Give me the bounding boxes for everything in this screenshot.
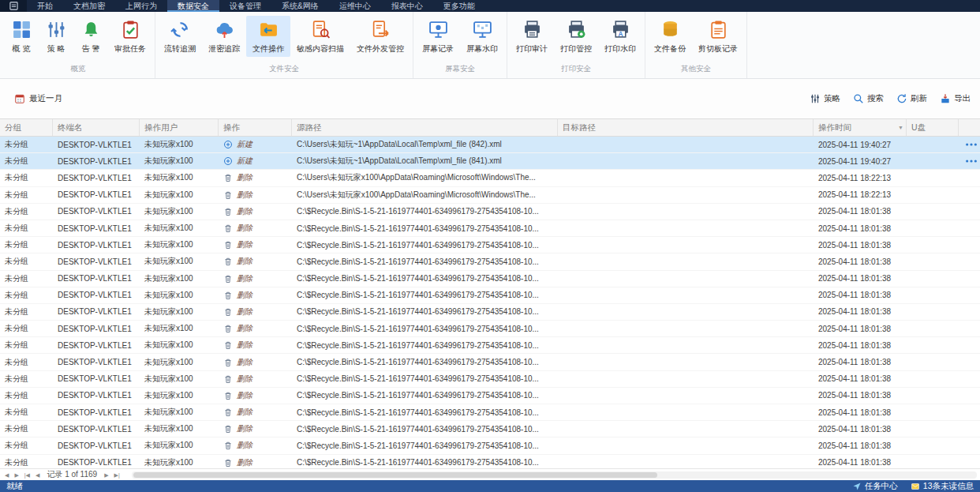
table-row[interactable]: 未分组DESKTOP-VLKTLE1未知玩家x100删除C:\$Recycle.… [0,388,980,404]
terminal-cell: DESKTOP-VLKTLE1 [53,257,140,266]
table-row[interactable]: 未分组DESKTOP-VLKTLE1未知玩家x100删除C:\$Recycle.… [0,371,980,388]
column-header-3[interactable]: 操作 [219,119,292,136]
column-header-2[interactable]: 操作用户 [140,119,219,136]
menu-item-4[interactable]: 设备管理 [219,0,271,12]
menu-item-6[interactable]: 运维中心 [329,0,381,12]
operation-cell: 删除 [219,306,292,317]
user-cell: 未知玩家x100 [140,323,219,334]
user-cell: 未知玩家x100 [140,223,219,234]
first-record-button[interactable] [23,470,32,480]
menu-item-1[interactable]: 文档加密 [63,0,115,12]
table-row[interactable]: 未分组DESKTOP-VLKTLE1未知玩家x100新建C:\Users\未知玩… [0,153,980,170]
column-filter-icon[interactable]: ▼ [898,125,903,130]
export-button[interactable]: 导出 [940,93,971,104]
group-cell: 未分组 [0,156,53,167]
unread-messages-button[interactable]: 13条未读信息 [911,481,974,492]
table-row[interactable]: 未分组DESKTOP-VLKTLE1未知玩家x100删除C:\$Recycle.… [0,337,980,354]
sliders-icon [47,20,66,39]
menu-item-7[interactable]: 报表中心 [381,0,433,12]
menu-item-2[interactable]: 上网行为 [115,0,167,12]
ribbon-button-cloud-leak[interactable]: 泄密追踪 [202,16,246,57]
scroll-right-arrow[interactable] [13,470,20,480]
table-row[interactable]: 未分组DESKTOP-VLKTLE1未知玩家x100删除C:\$Recycle.… [0,254,980,270]
table-row[interactable]: 未分组DESKTOP-VLKTLE1未知玩家x100删除C:\$Recycle.… [0,455,980,468]
column-header-5[interactable]: 目标路径 [558,119,814,136]
ribbon-button-print-control[interactable]: 打印管控 [554,16,598,57]
column-label: 操作时间 [818,122,851,133]
ribbon-button-print-watermark[interactable]: A打印水印 [598,16,642,57]
ribbon-button-grid[interactable]: 概 览 [4,16,39,57]
user-cell: 未知玩家x100 [140,457,219,468]
scrollbar-thumb[interactable] [133,472,657,478]
table-row[interactable]: 未分组DESKTOP-VLKTLE1未知玩家x100删除C:\$Recycle.… [0,321,980,337]
operation-label: 删除 [237,390,252,401]
prev-record-button[interactable] [34,470,41,480]
refresh-button[interactable]: 刷新 [896,93,927,104]
trash-icon [223,374,233,384]
column-header-1[interactable]: 终端名 [53,119,140,136]
column-header-4[interactable]: 源路径 [292,119,558,136]
table-row[interactable]: 未分组DESKTOP-VLKTLE1未知玩家x100删除C:\$Recycle.… [0,220,980,237]
trash-icon [223,240,233,250]
terminal-cell: DESKTOP-VLKTLE1 [53,224,140,233]
menu-item-5[interactable]: 系统&网络 [271,0,329,12]
operation-label: 删除 [237,290,252,301]
ribbon-group: 流转追溯泄密追踪文件操作敏感内容扫描文件外发管控文件安全 [155,12,413,78]
ribbon-button-doc-send[interactable]: 文件外发管控 [350,16,410,57]
table-row[interactable]: 未分组DESKTOP-VLKTLE1未知玩家x100删除C:\$Recycle.… [0,271,980,287]
horizontal-scrollbar[interactable] [132,471,977,479]
table-row[interactable]: 未分组DESKTOP-VLKTLE1未知玩家x100删除C:\$Recycle.… [0,404,980,421]
time-cell: 2025-04-11 18:01:38 [814,291,907,299]
source-path-cell: C:\$Recycle.Bin\S-1-5-21-1619774401-6349… [292,274,558,283]
table-row[interactable]: 未分组DESKTOP-VLKTLE1未知玩家x100删除C:\$Recycle.… [0,421,980,438]
ribbon-button-screen-watermark[interactable]: 屏幕水印 [460,16,504,57]
ribbon-group-label: 文件安全 [158,62,410,78]
table-row[interactable]: 未分组DESKTOP-VLKTLE1未知玩家x100新建C:\Users\未知玩… [0,137,980,153]
user-cell: 未知玩家x100 [140,256,219,267]
column-header-6[interactable]: 操作时间▼ [814,119,907,136]
source-path-cell: C:\$Recycle.Bin\S-1-5-21-1619774401-6349… [292,458,558,467]
column-header-7[interactable]: U盘 [907,119,959,136]
last-record-button[interactable] [113,470,122,480]
table-row[interactable]: 未分组DESKTOP-VLKTLE1未知玩家x100删除C:\$Recycle.… [0,237,980,254]
ribbon-button-sliders[interactable]: 策 略 [39,16,73,57]
ribbon-group-label: 屏幕安全 [416,62,504,78]
search-button[interactable]: 搜索 [853,93,884,104]
table-row[interactable]: 未分组DESKTOP-VLKTLE1未知玩家x100删除C:\$Recycle.… [0,287,980,304]
ribbon-group: 概 览策 略告 警审批任务概览 [2,12,155,78]
column-header-0[interactable]: 分组 [0,119,53,136]
ribbon-button-clipboard-check[interactable]: 审批任务 [108,16,152,57]
ribbon-button-bell[interactable]: 告 警 [73,16,108,57]
row-actions-menu[interactable] [965,157,978,165]
table-row[interactable]: 未分组DESKTOP-VLKTLE1未知玩家x100删除C:\Users\未知玩… [0,170,980,186]
ribbon-button-file-backup[interactable]: 文件备份 [648,16,692,57]
table-row[interactable]: 未分组DESKTOP-VLKTLE1未知玩家x100删除C:\$Recycle.… [0,204,980,220]
next-record-button[interactable] [103,470,110,480]
ribbon-button-folder-op[interactable]: 文件操作 [246,16,290,57]
source-path-cell: C:\Users\未知玩家x100\AppData\Roaming\Micros… [292,172,558,183]
time-cell: 2025-04-11 19:40:27 [814,157,907,166]
scroll-left-arrow[interactable] [3,470,10,480]
table-row[interactable]: 未分组DESKTOP-VLKTLE1未知玩家x100删除C:\Users\未知玩… [0,187,980,204]
menu-item-3[interactable]: 数据安全 [167,0,219,12]
ribbon-button-screen-record[interactable]: 屏幕记录 [416,16,460,57]
task-center-button[interactable]: 任务中心 [852,481,898,492]
table-row[interactable]: 未分组DESKTOP-VLKTLE1未知玩家x100删除C:\$Recycle.… [0,438,980,454]
ribbon-button-doc-scan[interactable]: 敏感内容扫描 [290,16,350,57]
time-cell: 2025-04-11 18:01:38 [814,325,907,333]
table-row[interactable]: 未分组DESKTOP-VLKTLE1未知玩家x100删除C:\$Recycle.… [0,304,980,321]
ribbon-button-print-audit[interactable]: 打印审计 [510,16,554,57]
policy-button[interactable]: 策略 [810,93,840,104]
row-actions-menu[interactable] [965,141,978,148]
menu-item-8[interactable]: 更多功能 [433,0,485,12]
terminal-cell: DESKTOP-VLKTLE1 [53,425,140,434]
terminal-cell: DESKTOP-VLKTLE1 [53,358,140,366]
ribbon-button-cycle[interactable]: 流转追溯 [158,16,202,57]
date-range-filter[interactable]: 最近一月 [14,93,62,104]
app-menu-button[interactable] [0,0,27,12]
table-row[interactable]: 未分组DESKTOP-VLKTLE1未知玩家x100删除C:\$Recycle.… [0,354,980,370]
operation-cell: 删除 [219,239,292,250]
operation-label: 删除 [237,357,252,368]
ribbon-button-clipboard-record[interactable]: 剪切板记录 [692,16,744,57]
menu-item-0[interactable]: 开始 [27,0,63,12]
